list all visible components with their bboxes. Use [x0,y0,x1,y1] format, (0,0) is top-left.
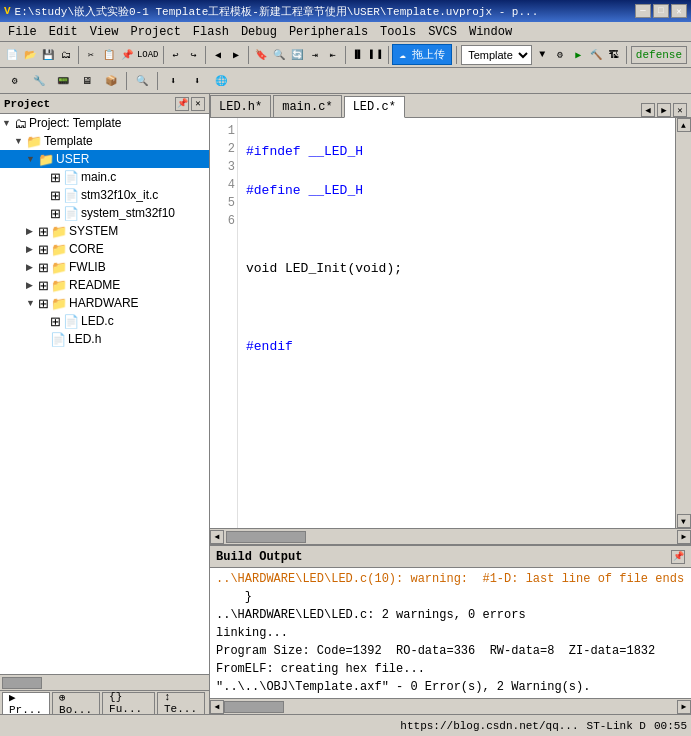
tab-ledc[interactable]: LED.c* [344,96,405,118]
build-hscroll[interactable]: ◀ ▶ [210,698,691,714]
menu-tools[interactable]: Tools [374,23,422,41]
build-button[interactable]: 🔨 [588,44,604,66]
copy-button[interactable]: 📋 [101,44,117,66]
close-button[interactable]: ✕ [671,4,687,18]
menu-view[interactable]: View [84,23,125,41]
tb2-btn7[interactable]: 🌐 [210,70,232,92]
menu-file[interactable]: File [2,23,43,41]
vscroll-track[interactable] [676,132,691,514]
tb2-btn5[interactable]: 📦 [100,70,122,92]
target-combo[interactable]: Template [461,45,532,65]
undo-button[interactable]: ↩ [167,44,183,66]
tree-user-label: USER [56,152,89,166]
upload-button[interactable]: ☁ 拖上传 [392,44,452,65]
tree-hardware-folder[interactable]: ▼ ⊞ 📁 HARDWARE [0,294,209,312]
tree-template[interactable]: ▼ 📁 Template [0,132,209,150]
replace-button[interactable]: 🔄 [289,44,305,66]
bottom-tab-templates[interactable]: ↕ Te... [157,692,205,714]
tree-stm32-it[interactable]: ⊞ 📄 stm32f10x_it.c [0,186,209,204]
combo-arrow[interactable]: ▼ [534,44,550,66]
tab-ctrl-left[interactable]: ◀ [641,103,655,117]
tree-core-folder[interactable]: ▶ ⊞ 📁 CORE [0,240,209,258]
editor-vscroll[interactable]: ▲ ▼ [675,118,691,528]
maximize-button[interactable]: □ [653,4,669,18]
project-panel-close[interactable]: ✕ [191,97,205,111]
editor-hscroll[interactable]: ◀ ▶ [210,528,691,544]
load-button[interactable]: LOAD [137,44,159,66]
menu-project[interactable]: Project [124,23,186,41]
hscroll-left[interactable]: ◀ [210,530,224,544]
save-all-button[interactable]: 🗂 [58,44,74,66]
project-hscroll[interactable] [0,674,209,690]
tree-system-folder[interactable]: ▶ ⊞ 📁 SYSTEM [0,222,209,240]
hscroll-right[interactable]: ▶ [677,530,691,544]
forward-button[interactable]: ▶ [228,44,244,66]
open-file-button[interactable]: 📂 [22,44,38,66]
user-folder-icon: 📁 [38,152,54,167]
tb2-download[interactable]: ⬇ [162,70,184,92]
bookmark-button[interactable]: 🔖 [253,44,269,66]
code-content[interactable]: #ifndef __LED_H #define __LED_H void LED… [238,118,675,528]
build-hscroll-thumb[interactable] [224,701,284,713]
run-button[interactable]: ▶ [570,44,586,66]
vscroll-up[interactable]: ▲ [677,118,691,132]
bottom-tab-books[interactable]: ⊕ Bo... [52,692,100,714]
tb2-btn4[interactable]: 🖥 [76,70,98,92]
tree-led-c[interactable]: ⊞ 📄 LED.c [0,312,209,330]
vscroll-down[interactable]: ▼ [677,514,691,528]
build-hscroll-right[interactable]: ▶ [677,700,691,714]
build-output-section: Build Output 📌 ..\HARDWARE\LED\LED.c(10)… [210,544,691,714]
back-button[interactable]: ◀ [210,44,226,66]
bottom-tab-functions[interactable]: {} Fu... [102,692,155,714]
tree-system-stm32[interactable]: ⊞ 📄 system_stm32f10 [0,204,209,222]
project-panel-pin[interactable]: 📌 [175,97,189,111]
tree-fwlib-folder[interactable]: ▶ ⊞ 📁 FWLIB [0,258,209,276]
menu-peripherals[interactable]: Peripherals [283,23,374,41]
app-icon: V [4,5,11,17]
find-button[interactable]: 🔍 [271,44,287,66]
build-output-content[interactable]: ..\HARDWARE\LED\LED.c(10): warning: #1-D… [210,568,691,698]
tab-ctrl-close[interactable]: ✕ [673,103,687,117]
paste-button[interactable]: 📌 [119,44,135,66]
save-button[interactable]: 💾 [40,44,56,66]
bottom-tab-project[interactable]: ▶ Pr... [2,692,50,714]
menu-window[interactable]: Window [463,23,518,41]
new-file-button[interactable]: 📄 [4,44,20,66]
tree-led-h[interactable]: 📄 LED.h [0,330,209,348]
indent-button[interactable]: ⇥ [307,44,323,66]
tb2-btn6[interactable]: 🔍 [131,70,153,92]
menu-flash[interactable]: Flash [187,23,235,41]
tree-project-root[interactable]: ▼ 🗂 Project: Template [0,114,209,132]
col2-button[interactable]: ▌▐ [368,44,384,66]
menu-edit[interactable]: Edit [43,23,84,41]
tab-ledh[interactable]: LED.h* [210,95,271,117]
minimize-button[interactable]: ─ [635,4,651,18]
tb2-btn1[interactable]: ⚙ [4,70,26,92]
tab-ctrl-right[interactable]: ▶ [657,103,671,117]
build-output-pin[interactable]: 📌 [671,550,685,564]
menu-debug[interactable]: Debug [235,23,283,41]
build-hscroll-left[interactable]: ◀ [210,700,224,714]
tb2-download2[interactable]: ⬇ [186,70,208,92]
menu-svcs[interactable]: SVCS [422,23,463,41]
stm32-file-icon: 📄 [63,188,79,203]
hscroll-thumb[interactable] [226,531,306,543]
outdent-button[interactable]: ⇤ [325,44,341,66]
col-button[interactable]: ▐▌ [350,44,366,66]
tree-readme-label: README [69,278,120,292]
tree-fwlib-label: FWLIB [69,260,106,274]
defense-button[interactable]: defense [631,46,687,64]
build-line-1: ..\HARDWARE\LED\LED.c(10): warning: #1-D… [216,570,685,588]
cut-button[interactable]: ✂ [83,44,99,66]
tb2-btn3[interactable]: 📟 [52,70,74,92]
tree-user-folder[interactable]: ▼ 📁 USER [0,150,209,168]
rebuild-button[interactable]: 🏗 [606,44,622,66]
tree-readme-folder[interactable]: ▶ ⊞ 📁 README [0,276,209,294]
tab-mainc[interactable]: main.c* [273,95,341,117]
target-options-button[interactable]: ⚙ [552,44,568,66]
tree-main-c[interactable]: ⊞ 📄 main.c [0,168,209,186]
tb2-btn2[interactable]: 🔧 [28,70,50,92]
redo-button[interactable]: ↪ [185,44,201,66]
project-hscroll-thumb[interactable] [2,677,42,689]
plus-icon-readme: ⊞ [38,278,49,293]
